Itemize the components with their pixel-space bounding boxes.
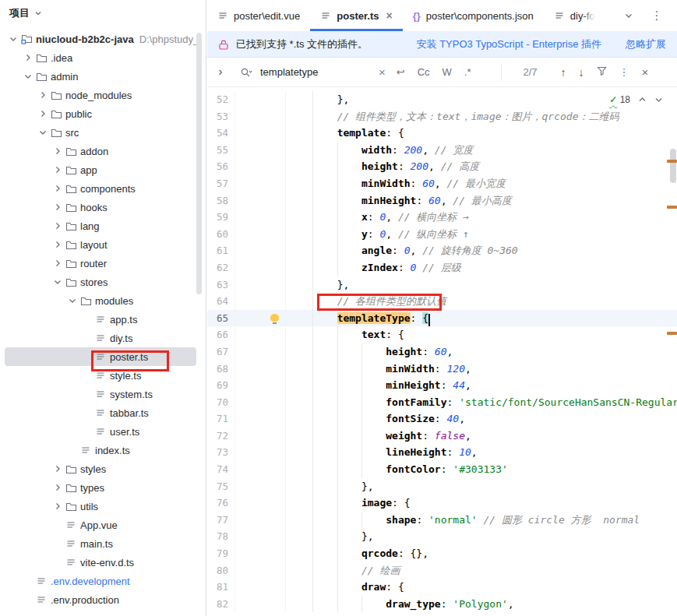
tree-item-router[interactable]: router (5, 254, 196, 273)
tree-item-app-ts[interactable]: app.ts (5, 310, 196, 329)
code-line-68[interactable]: 68 minWidth: 120, (207, 361, 677, 378)
project-tool-window-header[interactable]: 项目 (0, 0, 206, 26)
chevron-collapsed-icon[interactable] (36, 89, 49, 101)
code-editor[interactable]: ✓ 18 52 },53 // 组件类型，文本：text，image：图片，qr… (207, 88, 677, 616)
search-icon[interactable] (240, 67, 252, 78)
clear-search-icon[interactable]: × (379, 65, 386, 79)
filter-icon[interactable] (597, 66, 607, 78)
project-tree-scrollbar[interactable] (196, 33, 202, 294)
code-line-58[interactable]: 58 minHeight: 60, // 最小高度 (207, 192, 677, 209)
tree-item-public[interactable]: public (5, 104, 196, 123)
tree-item-env-production[interactable]: .env.production (5, 590, 196, 609)
code-line-62[interactable]: 62 zIndex: 0 // 层级 (207, 259, 677, 276)
code-line-72[interactable]: 72 weight: false, (207, 428, 677, 445)
chevron-collapsed-icon[interactable] (51, 481, 64, 494)
tree-item-diy-ts[interactable]: diy.ts (5, 329, 196, 347)
chevron-collapsed-icon[interactable] (51, 463, 64, 475)
code-line-70[interactable]: 70 fontFamily: 'static/font/SourceHanSan… (207, 394, 677, 411)
code-line-54[interactable]: 54 template: { (207, 125, 677, 142)
code-line-82[interactable]: 82 draw_type: 'Polygon', (207, 596, 677, 613)
code-line-65[interactable]: 65 templateType: { (207, 310, 677, 327)
code-line-60[interactable]: 60 y: 0, // 纵向坐标 ↑ (207, 226, 677, 243)
code-line-63[interactable]: 63 }, (207, 276, 677, 294)
code-line-76[interactable]: 76 image: { (207, 495, 677, 512)
tree-item-types[interactable]: types (5, 478, 196, 497)
tree-item-components[interactable]: components (5, 179, 196, 198)
code-line-66[interactable]: 66 text: { (207, 326, 677, 343)
code-line-59[interactable]: 59 x: 0, // 横向坐标 → (207, 209, 677, 226)
ignore-extension-link[interactable]: 忽略扩展 (626, 37, 666, 51)
chevron-collapsed-icon[interactable] (51, 257, 64, 269)
code-line-61[interactable]: 61 angle: 0, // 旋转角度 0~360 (207, 242, 677, 259)
tab-diy-fo[interactable]: diy-fo (544, 0, 605, 31)
tree-item-user-ts[interactable]: user.ts (5, 422, 196, 441)
code-line-56[interactable]: 56 height: 200, // 高度 (207, 158, 677, 175)
chevron-collapsed-icon[interactable] (51, 220, 64, 232)
tree-item-env-development[interactable]: .env.development (5, 572, 196, 590)
tree-item-idea[interactable]: .idea (5, 48, 196, 67)
intention-bulb-icon[interactable] (270, 314, 279, 322)
previous-match-icon[interactable]: ↑ (561, 66, 566, 79)
tree-item-niucloud-b2b2c-java[interactable]: niucloud-b2b2c-javaD:\phpstudy_p (5, 30, 196, 48)
code-line-52[interactable]: 52 }, (207, 91, 677, 108)
code-line-77[interactable]: 77 shape: 'normal' // 圆形 circle 方形 norma… (207, 512, 677, 529)
tree-item-stores[interactable]: stores (5, 273, 196, 291)
tree-item-system-ts[interactable]: system.ts (5, 385, 196, 403)
chevron-collapsed-icon[interactable] (36, 107, 49, 120)
tree-item-index-ts[interactable]: index.ts (5, 441, 196, 459)
chevron-expanded-icon[interactable] (51, 276, 64, 288)
next-match-icon[interactable]: ↓ (579, 66, 584, 79)
code-line-78[interactable]: 78 }, (207, 528, 677, 545)
tree-item-addon[interactable]: addon (5, 142, 196, 160)
tab-poster-edit-vue[interactable]: poster\edit.vue (207, 0, 310, 31)
code-line-81[interactable]: 81 draw: { (207, 579, 677, 596)
tree-item-app[interactable]: app (5, 160, 196, 179)
search-input[interactable] (260, 66, 377, 78)
editor-options-icon[interactable]: ⋮ (649, 8, 665, 23)
code-line-64[interactable]: 64 // 各组件类型的默认值 (207, 293, 677, 310)
chevron-collapsed-icon[interactable] (51, 238, 64, 251)
code-line-67[interactable]: 67 height: 60, (207, 343, 677, 361)
chevron-collapsed-icon[interactable] (21, 51, 34, 64)
code-line-75[interactable]: 75 }, (207, 478, 677, 495)
tree-item-tabbar-ts[interactable]: tabbar.ts (5, 403, 196, 422)
whole-words-toggle[interactable]: W (443, 66, 452, 78)
code-line-55[interactable]: 55 width: 200, // 宽度 (207, 142, 677, 159)
chevron-expanded-icon[interactable] (21, 70, 34, 83)
chevron-expanded-icon[interactable] (6, 33, 19, 45)
code-line-79[interactable]: 79 qrcode: {}, (207, 545, 677, 562)
code-line-80[interactable]: 80 // 绘画 (207, 562, 677, 579)
search-more-options-icon[interactable]: ⋮ (619, 66, 629, 78)
tree-item-layout[interactable]: layout (5, 235, 196, 254)
chevron-collapsed-icon[interactable] (51, 500, 64, 512)
tree-item-admin[interactable]: admin (5, 67, 196, 86)
chevron-expanded-icon[interactable] (36, 126, 49, 139)
tree-item-app-vue[interactable]: App.vue (5, 516, 196, 534)
code-line-57[interactable]: 57 minWidth: 60, // 最小宽度 (207, 175, 677, 192)
code-line-71[interactable]: 71 fontSize: 40, (207, 410, 677, 428)
install-plugin-link[interactable]: 安装 TYPO3 TypoScript - Enterprise 插件 (417, 37, 601, 51)
regex-toggle[interactable]: .* (464, 66, 471, 78)
tree-item-vite-env-d-ts[interactable]: vite-env.d.ts (5, 553, 196, 572)
tree-item-node-modules[interactable]: node_modules (5, 86, 196, 104)
code-line-73[interactable]: 73 lineHeight: 10, (207, 444, 677, 461)
chevron-collapsed-icon[interactable] (51, 201, 64, 213)
code-line-69[interactable]: 69 minHeight: 44, (207, 377, 677, 394)
newline-icon[interactable]: ↩ (397, 66, 405, 78)
tab-poster-components-json[interactable]: {}poster\components.json (403, 0, 544, 31)
tree-item-poster-ts[interactable]: poster.ts (5, 347, 196, 366)
tree-item-style-ts[interactable]: style.ts (5, 366, 196, 385)
chevron-expanded-icon[interactable] (65, 294, 79, 307)
expand-replace-chevron-icon[interactable] (212, 69, 229, 76)
hidden-tabs-chevron-icon[interactable] (621, 8, 636, 23)
tab-poster-ts[interactable]: poster.ts× (310, 0, 402, 31)
close-search-icon[interactable]: × (642, 65, 649, 79)
chevron-collapsed-icon[interactable] (51, 164, 64, 176)
close-tab-icon[interactable]: × (386, 9, 392, 22)
tree-item-src[interactable]: src (5, 123, 196, 142)
match-case-toggle[interactable]: Cc (418, 66, 430, 78)
tree-item-hooks[interactable]: hooks (5, 198, 196, 216)
tree-item-utils[interactable]: utils (5, 497, 196, 516)
code-line-53[interactable]: 53 // 组件类型，文本：text，image：图片，qrcode：二维码 (207, 108, 677, 125)
tree-item-modules[interactable]: modules (5, 291, 196, 310)
